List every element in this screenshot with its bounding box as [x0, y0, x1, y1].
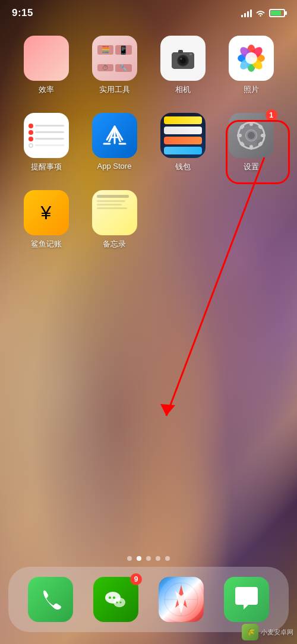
app-wallet[interactable]: 钱包: [153, 113, 213, 172]
dock-messages[interactable]: [224, 577, 269, 622]
app-sharkmemo-label: 鲨鱼记账: [31, 239, 62, 250]
app-reminders-label: 提醒事项: [31, 162, 62, 172]
app-notes-label: 备忘录: [103, 239, 126, 250]
app-notes[interactable]: 备忘录: [85, 190, 144, 250]
battery-icon: [269, 9, 285, 17]
dock-wechat[interactable]: 9: [93, 577, 138, 622]
wechat-svg-icon: [101, 585, 131, 614]
svg-rect-27: [261, 134, 266, 137]
watermark-logo: 🌾: [242, 624, 258, 640]
watermark: 🌾 小麦安卓网: [242, 624, 293, 640]
app-empty-2: [222, 190, 281, 250]
photos-svg-icon: [233, 40, 269, 76]
svg-point-41: [120, 602, 122, 604]
app-row-2: 提醒事项 A App Store: [12, 113, 285, 172]
settings-badge: 1: [266, 109, 277, 121]
app-empty-1: [153, 190, 213, 250]
app-sharkmemo[interactable]: ¥ 鲨鱼记账: [17, 190, 76, 250]
app-efficiency-label: 效率: [39, 84, 54, 95]
safari-svg-icon: [159, 577, 204, 622]
dock: 9: [8, 567, 289, 632]
svg-point-38: [113, 596, 115, 599]
svg-text:🌾: 🌾: [245, 627, 255, 637]
app-grid: 效率 🧮 📱 ⏱ 🔧 实用工具: [0, 36, 297, 267]
watermark-text: 小麦安卓网: [261, 628, 293, 637]
dock-safari[interactable]: [159, 577, 204, 622]
wifi-icon: [255, 10, 266, 17]
messages-svg-icon: [232, 585, 261, 614]
app-reminders[interactable]: 提醒事项: [17, 113, 76, 172]
svg-point-39: [113, 598, 125, 607]
settings-gear-icon: [235, 119, 268, 152]
page-dot-3: [146, 556, 151, 561]
app-photos-label: 照片: [244, 84, 259, 95]
svg-rect-7: [189, 53, 192, 55]
app-row-1: 效率 🧮 📱 ⏱ 🔧 实用工具: [12, 36, 285, 95]
app-camera[interactable]: 相机: [153, 36, 213, 95]
page-dot-4: [156, 556, 160, 561]
app-photos[interactable]: 照片: [222, 36, 281, 95]
signal-icon: [241, 9, 252, 17]
wechat-badge: 9: [130, 573, 142, 585]
sharkmemo-icon: ¥: [41, 202, 52, 224]
svg-point-5: [180, 58, 182, 60]
app-camera-label: 相机: [175, 84, 191, 95]
app-wallet-label: 钱包: [175, 162, 191, 172]
watermark-logo-icon: 🌾: [244, 626, 256, 638]
app-settings-label: 设置: [244, 162, 259, 172]
phone-svg-icon: [37, 586, 64, 613]
appstore-svg-icon: A: [100, 121, 129, 150]
svg-rect-24: [249, 121, 253, 126]
app-tools[interactable]: 🧮 📱 ⏱ 🔧 实用工具: [85, 36, 144, 95]
page-dot-5: [165, 556, 170, 561]
status-icons: [241, 9, 285, 17]
dock-phone[interactable]: [28, 577, 73, 622]
status-bar: 9:15: [0, 0, 297, 26]
svg-point-16: [245, 52, 257, 64]
camera-svg-icon: [169, 45, 197, 72]
svg-rect-26: [237, 134, 242, 137]
svg-rect-25: [249, 145, 253, 150]
svg-point-40: [116, 602, 118, 604]
app-appstore-label: App Store: [97, 162, 132, 171]
app-settings[interactable]: 1 设置: [222, 113, 281, 172]
page-dot-1: [127, 556, 132, 561]
svg-rect-6: [178, 50, 183, 53]
page-dot-2: [137, 556, 141, 561]
app-tools-label: 实用工具: [99, 84, 130, 95]
page-dots: [0, 556, 297, 561]
status-time: 9:15: [12, 7, 33, 19]
app-appstore[interactable]: A App Store: [85, 113, 144, 172]
svg-point-37: [109, 596, 111, 599]
app-row-3: ¥ 鲨鱼记账 备忘录: [12, 190, 285, 250]
svg-point-33: [248, 132, 255, 139]
app-efficiency[interactable]: 效率: [17, 36, 76, 95]
